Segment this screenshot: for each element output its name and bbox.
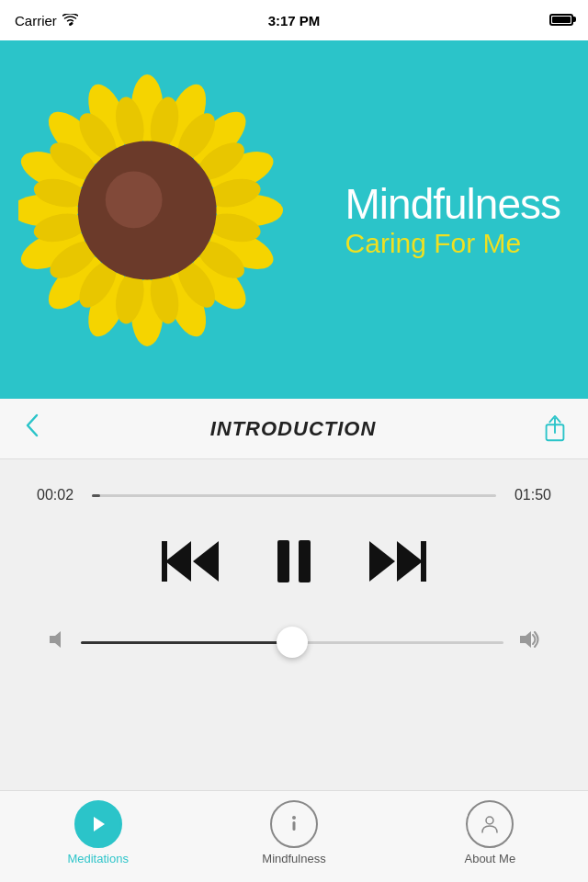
volume-low-icon [46, 628, 68, 656]
sunflower-image [18, 68, 285, 362]
svg-rect-47 [292, 821, 295, 831]
toolbar: INTRODUCTION [0, 399, 588, 459]
volume-high-icon [516, 628, 542, 656]
app-title: Mindfulness Caring For Me [345, 181, 560, 259]
tab-mindfulness[interactable]: Mindfulness [196, 800, 391, 865]
tab-about[interactable]: About Me [392, 800, 588, 865]
svg-marker-44 [520, 631, 531, 648]
svg-marker-43 [50, 631, 61, 648]
total-time: 01:50 [507, 487, 551, 503]
pause-button[interactable] [277, 540, 311, 582]
svg-point-46 [292, 816, 296, 820]
hero-banner: Mindfulness Caring For Me [0, 40, 588, 399]
current-time: 00:02 [37, 487, 81, 503]
pause-bar-left [277, 540, 289, 582]
svg-marker-45 [94, 817, 105, 831]
share-button[interactable] [540, 413, 570, 446]
back-button[interactable] [18, 410, 46, 447]
volume-track[interactable] [81, 641, 503, 644]
pause-bar-right [299, 540, 311, 582]
svg-marker-37 [165, 541, 191, 582]
app-name: Mindfulness [345, 181, 560, 228]
fast-forward-button[interactable] [366, 541, 426, 582]
svg-marker-41 [369, 541, 395, 582]
status-time: 3:17 PM [268, 13, 321, 28]
rewind-button[interactable] [162, 541, 222, 582]
svg-rect-42 [421, 541, 426, 582]
playback-controls [37, 540, 551, 582]
track-title: INTRODUCTION [210, 417, 377, 441]
meditations-icon [74, 800, 122, 848]
progress-track[interactable] [92, 494, 496, 497]
svg-point-34 [106, 171, 163, 228]
player-section: 00:02 01:50 [0, 459, 588, 674]
tab-about-label: About Me [464, 852, 515, 865]
carrier-label: Carrier [15, 13, 57, 28]
volume-knob[interactable] [277, 627, 308, 658]
volume-row [37, 628, 551, 656]
volume-fill [81, 641, 292, 644]
wifi-icon [62, 13, 78, 28]
svg-marker-38 [193, 541, 219, 582]
tab-meditations[interactable]: Meditations [0, 800, 196, 865]
progress-row: 00:02 01:50 [37, 487, 551, 503]
battery-icon [549, 13, 573, 28]
status-bar: Carrier 3:17 PM [0, 0, 588, 40]
svg-point-0 [69, 23, 72, 26]
mindfulness-icon [270, 800, 318, 848]
app-subtitle: Caring For Me [345, 227, 560, 258]
tab-meditations-label: Meditations [67, 852, 128, 865]
progress-fill [92, 494, 100, 497]
svg-marker-40 [397, 541, 423, 582]
about-icon [466, 800, 514, 848]
svg-point-48 [486, 817, 493, 824]
tab-mindfulness-label: Mindfulness [262, 852, 325, 865]
svg-rect-39 [162, 541, 167, 582]
tab-bar: Meditations Mindfulness About Me [0, 790, 588, 882]
